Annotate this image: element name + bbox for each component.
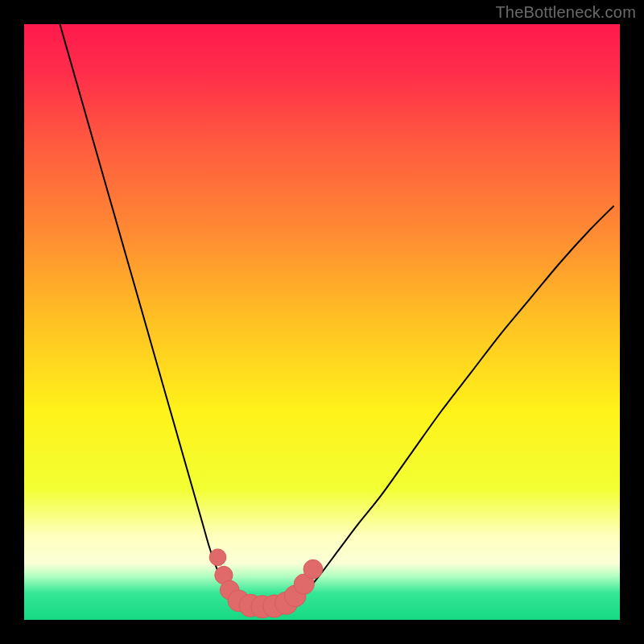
chart-frame: TheBottleneck.com — [0, 0, 644, 644]
plot-area — [24, 24, 620, 620]
chart-svg — [24, 24, 620, 620]
gradient-background — [24, 24, 620, 620]
marker-dot — [209, 549, 226, 566]
watermark-text: TheBottleneck.com — [495, 3, 636, 22]
marker-dot — [303, 559, 323, 579]
